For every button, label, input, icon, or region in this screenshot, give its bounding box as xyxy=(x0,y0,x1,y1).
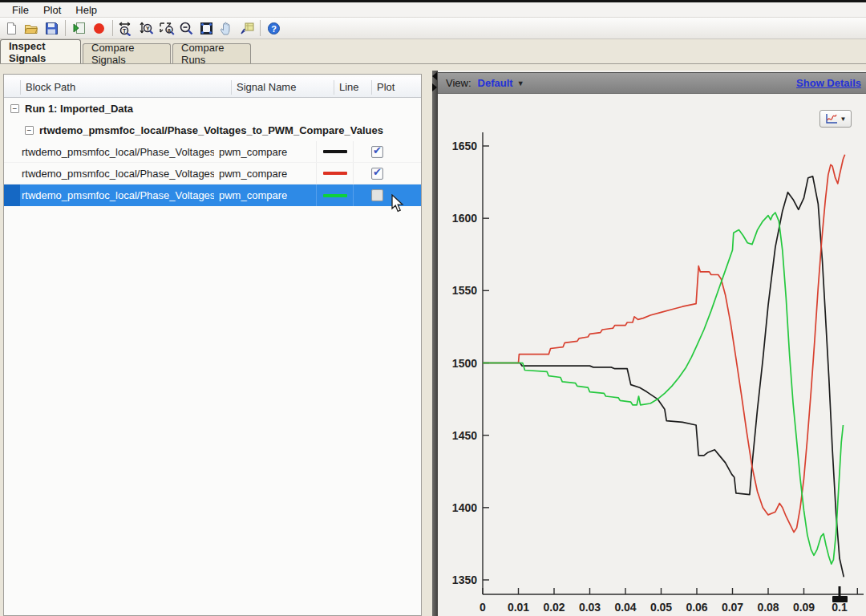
svg-text:Y: Y xyxy=(146,26,150,31)
svg-text:0.04: 0.04 xyxy=(614,601,636,614)
svg-text:a: a xyxy=(168,27,171,33)
svg-text:0.07: 0.07 xyxy=(722,601,743,614)
signal-row[interactable]: rtwdemo_pmsmfoc_local/Phase_Voltages_t..… xyxy=(4,141,421,163)
line-style-swatch[interactable] xyxy=(323,150,347,153)
new-document-icon xyxy=(5,22,18,35)
svg-text:0.02: 0.02 xyxy=(543,601,565,614)
svg-text:0.03: 0.03 xyxy=(579,601,601,614)
save-icon xyxy=(45,22,59,35)
fit-to-view-button[interactable] xyxy=(196,18,216,38)
menu-item-plot[interactable]: Plot xyxy=(36,3,68,17)
toolbar-separator xyxy=(65,20,66,36)
table-rows: −Run 1: Imported_Data−rtwdemo_pmsmfoc_lo… xyxy=(4,98,421,206)
tab-compare-runs[interactable]: Compare Runs xyxy=(172,43,251,63)
plot-checkbox[interactable]: ✔ xyxy=(371,146,383,158)
svg-text:1450: 1450 xyxy=(452,429,477,442)
tree-row[interactable]: −rtwdemo_pmsmfoc_local/Phase_Voltages_to… xyxy=(4,120,421,141)
collapse-left-icon[interactable] xyxy=(432,72,437,80)
pan-hand-icon xyxy=(219,21,234,36)
help-icon: ? xyxy=(267,22,281,35)
svg-text:0.1: 0.1 xyxy=(832,601,848,614)
signal-table-panel: Block PathSignal NameLinePlot −Run 1: Im… xyxy=(3,74,422,616)
toolbar: T Y a ? xyxy=(0,18,866,39)
zoom-in-xy-icon: a xyxy=(159,21,175,36)
tree-row[interactable]: −Run 1: Imported_Data xyxy=(4,98,421,120)
fit-to-view-icon xyxy=(199,21,214,36)
svg-text:1650: 1650 xyxy=(452,140,477,152)
block-path-cell: rtwdemo_pmsmfoc_local/Phase_Voltages_t..… xyxy=(20,146,214,158)
column-header-line[interactable]: Line xyxy=(334,81,371,93)
pan-button[interactable] xyxy=(216,18,237,38)
signal-name-cell: pwm_compare xyxy=(214,189,316,201)
svg-text:1500: 1500 xyxy=(452,357,477,370)
panel-splitter[interactable] xyxy=(432,71,438,616)
column-header-block-path[interactable]: Block Path xyxy=(21,81,231,93)
import-data-button[interactable] xyxy=(69,18,89,38)
menu-item-help[interactable]: Help xyxy=(68,3,104,17)
svg-text:1600: 1600 xyxy=(452,212,477,225)
svg-text:T: T xyxy=(123,28,127,34)
tab-bar: Inspect SignalsCompare SignalsCompare Ru… xyxy=(0,39,866,64)
new-document-button[interactable] xyxy=(2,18,22,38)
import-data-icon xyxy=(72,21,87,35)
view-selector[interactable]: Default xyxy=(478,77,513,89)
column-header-signal-name[interactable]: Signal Name xyxy=(232,81,334,93)
expander-icon[interactable]: − xyxy=(25,126,34,135)
view-label: View: xyxy=(446,77,471,89)
collapse-right-icon[interactable] xyxy=(432,83,437,91)
check-icon: ✔ xyxy=(373,144,382,156)
zoom-in-time-button[interactable]: T xyxy=(116,18,136,38)
tab-compare-signals[interactable]: Compare Signals xyxy=(83,43,171,63)
open-folder-icon xyxy=(24,22,39,35)
signal-chart[interactable]: 135014001450150015501600165000.010.020.0… xyxy=(438,94,866,616)
plot-options-button[interactable]: ▼ xyxy=(819,110,852,128)
expander-icon[interactable]: − xyxy=(10,104,19,113)
line-style-swatch[interactable] xyxy=(323,172,347,175)
save-button[interactable] xyxy=(42,18,62,38)
tree-row-label: rtwdemo_pmsmfoc_local/Phase_Voltages_to_… xyxy=(39,124,383,136)
data-cursors-button[interactable] xyxy=(237,18,257,38)
signal-row[interactable]: rtwdemo_pmsmfoc_local/Phase_Voltages_t..… xyxy=(4,163,421,184)
open-button[interactable] xyxy=(22,18,42,38)
column-header-plot[interactable]: Plot xyxy=(372,81,421,93)
record-icon xyxy=(92,22,106,35)
svg-text:1350: 1350 xyxy=(452,573,477,586)
mini-plot-icon xyxy=(825,113,838,124)
zoom-out-icon xyxy=(179,21,194,36)
line-style-swatch[interactable] xyxy=(323,194,347,197)
svg-text:1400: 1400 xyxy=(452,501,477,514)
zoom-in-y-button[interactable]: Y xyxy=(136,18,156,38)
menu-item-file[interactable]: File xyxy=(5,3,36,17)
chevron-down-icon[interactable]: ▼ xyxy=(517,79,524,87)
tab-inspect-signals[interactable]: Inspect Signals xyxy=(0,39,81,63)
toolbar-separator xyxy=(112,20,113,36)
signal-row[interactable]: rtwdemo_pmsmfoc_local/Phase_Voltages_t..… xyxy=(4,184,421,206)
zoom-in-time-icon: T xyxy=(118,21,135,36)
block-path-cell: rtwdemo_pmsmfoc_local/Phase_Voltages_t..… xyxy=(20,168,214,180)
block-path-cell: rtwdemo_pmsmfoc_local/Phase_Voltages_t..… xyxy=(20,189,214,201)
zoom-in-y-icon: Y xyxy=(139,21,154,36)
chart-area: 135014001450150015501600165000.010.020.0… xyxy=(438,94,866,616)
chevron-down-icon: ▼ xyxy=(840,116,847,123)
toolbar-separator xyxy=(260,20,261,36)
svg-text:0.06: 0.06 xyxy=(686,601,707,614)
view-bar: View: Default ▼ Show Details xyxy=(438,72,866,94)
svg-text:?: ? xyxy=(271,23,277,33)
record-button[interactable] xyxy=(89,18,109,38)
menu-bar: FilePlotHelp xyxy=(0,2,866,18)
tree-row-label: Run 1: Imported_Data xyxy=(25,103,133,115)
show-details-link[interactable]: Show Details xyxy=(796,77,861,89)
plot-checkbox[interactable] xyxy=(371,189,383,201)
zoom-out-button[interactable] xyxy=(176,18,196,38)
svg-text:1550: 1550 xyxy=(452,284,477,297)
signal-name-cell: pwm_compare xyxy=(214,168,316,180)
svg-text:0: 0 xyxy=(480,601,486,614)
help-button[interactable]: ? xyxy=(264,18,284,38)
plot-checkbox[interactable]: ✔ xyxy=(371,168,383,180)
svg-text:0.05: 0.05 xyxy=(650,601,672,614)
data-cursors-icon xyxy=(239,21,255,36)
table-header: Block PathSignal NameLinePlot xyxy=(4,77,421,98)
signal-name-cell: pwm_compare xyxy=(214,146,316,158)
mouse-cursor xyxy=(391,194,407,216)
zoom-in-xy-button[interactable]: a xyxy=(156,18,176,38)
